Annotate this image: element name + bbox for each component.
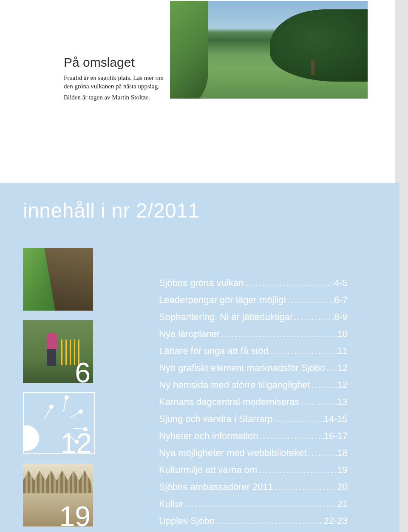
toc-title: Sjung och vandra i Starrarp [159, 413, 273, 424]
toc-page: 11 [337, 345, 348, 357]
toc-entry: Kulturmiljö att värna om ...............… [159, 464, 348, 475]
cover-landscape-image [170, 1, 368, 99]
toc-page: 8-9 [334, 311, 348, 323]
toc-entry: Nytt grafiskt element marknadsför Sjöbo … [159, 362, 348, 374]
thumb-page-number: 6 [75, 357, 91, 383]
toc-page: 16-17 [324, 430, 348, 441]
toc-page: 21 [337, 498, 348, 509]
toc-column: Sjöbos gröna vulkan ....................… [159, 248, 348, 532]
toc-leader-dots: ................................. [244, 277, 334, 289]
toc-title: Upplev Sjöbo [159, 515, 215, 526]
toc-leader-dots: ................. [286, 294, 334, 306]
toc-leader-dots: ........................................… [220, 328, 337, 340]
toc-entry: Ny hemsida med större tillgänglighet ...… [159, 379, 348, 391]
toc-entry: Leaderpengar gör läger möjligt .........… [159, 294, 348, 306]
toc-leader-dots: ........................................… [183, 498, 337, 509]
contents-panel: innehåll i nr 2/2011 4 6 12 19 [0, 183, 400, 532]
toc-leader-dots: ............................. [257, 464, 337, 475]
toc-leader-dots: ............... [292, 311, 334, 323]
toc-leader-dots: ........................ [273, 481, 337, 492]
cover-photo-credit: Bilden är tagen av Martin Stoltze. [64, 94, 170, 101]
toc-entry: Sjöbos ambassadörer 2011 ...............… [159, 481, 348, 492]
thumb-page-number: 4 [75, 284, 91, 311]
issue-heading: innehåll i nr 2/2011 [0, 183, 400, 222]
thumbnail-column: 4 6 12 19 [23, 248, 95, 532]
top-region: På omslaget Frualid är en sagolik plats.… [0, 0, 408, 183]
toc-leader-dots: ......... [310, 379, 337, 391]
toc-entry: Lättare för unga att få stöd ...........… [159, 345, 348, 357]
right-gray-strip-lower [400, 183, 408, 532]
toc-title: Ny hemsida med större tillgänglighet [159, 379, 310, 391]
toc-entry: Sjöbos gröna vulkan ....................… [159, 277, 348, 289]
toc-entry: Sophantering: Ni är jätteduktiga! ......… [159, 311, 348, 323]
cover-description: Frualid är en sagolik plats. Läs mer om … [64, 74, 170, 91]
toc-page: 18 [337, 447, 348, 458]
toc-entry: Nya möjligheter med webbiblioteket .....… [159, 447, 348, 458]
toc-page: 6-7 [334, 294, 348, 306]
toc-leader-dots: ........................................ [215, 515, 324, 526]
toc-title: Nyheter och information [159, 430, 258, 441]
toc-entry: Sjung och vandra i Starrarp ............… [159, 413, 348, 424]
toc-title: Sjöbos gröna vulkan [159, 277, 244, 289]
toc-entry: Kultur .................................… [159, 498, 348, 509]
toc-entry: Nyheter och information ................… [159, 430, 348, 441]
toc-title: Kulturmiljö att värna om [159, 464, 257, 475]
toc-page: 4-5 [334, 277, 348, 289]
thumb-page-number: 12 [61, 427, 92, 454]
toc-page: 13 [337, 396, 348, 407]
toc-title: Nya läroplaner [159, 328, 220, 340]
toc-leader-dots: ............. [299, 396, 337, 407]
toc-page: 14-15 [324, 413, 348, 424]
thumb-forest: 4 [23, 248, 93, 311]
thumb-dog-agility: 6 [23, 320, 93, 383]
cover-text-block: På omslaget Frualid är en sagolik plats.… [0, 0, 170, 99]
right-gray-strip [395, 0, 408, 183]
toc-leader-dots: .................. [273, 413, 324, 424]
toc-page: 10 [337, 328, 348, 340]
toc-title: Sjöbos ambassadörer 2011 [159, 481, 273, 492]
toc-entry: Nya läroplaner .........................… [159, 328, 348, 340]
thumb-dandelion-graphic: 12 [23, 392, 95, 454]
toc-title: Kultur [159, 498, 183, 509]
thumb-historic-building: 19 [23, 464, 93, 526]
toc-page: 20 [337, 481, 348, 492]
toc-title: Nytt grafiskt element marknadsför Sjöbo [159, 362, 325, 374]
toc-leader-dots: ... [325, 362, 337, 374]
toc-title: Leaderpengar gör läger möjligt [159, 294, 286, 306]
toc-leader-dots: ........................ [258, 430, 324, 441]
cover-row: På omslaget Frualid är en sagolik plats.… [0, 0, 408, 99]
toc-page: 12 [337, 362, 348, 374]
toc-leader-dots: ......................... [269, 345, 337, 357]
toc-title: Sophantering: Ni är jätteduktiga! [159, 311, 292, 323]
toc-page: 19 [337, 464, 348, 475]
toc-page: 22-23 [324, 515, 348, 526]
thumb-page-number: 19 [60, 500, 91, 526]
toc-page: 12 [337, 379, 348, 391]
cover-title: På omslaget [64, 55, 170, 70]
toc-title: Lättare för unga att få stöd [159, 345, 269, 357]
toc-title: Nya möjligheter med webbiblioteket [159, 447, 306, 458]
toc-entry: Upplev Sjöbo ...........................… [159, 515, 348, 526]
toc-entry: Kärnans dagcentral moderniseras ........… [159, 396, 348, 407]
toc-title: Kärnans dagcentral moderniseras [159, 396, 299, 407]
toc-leader-dots: .......... [306, 447, 337, 458]
contents-columns: 4 6 12 19 Sjöbos gröna vulkan [0, 222, 400, 532]
